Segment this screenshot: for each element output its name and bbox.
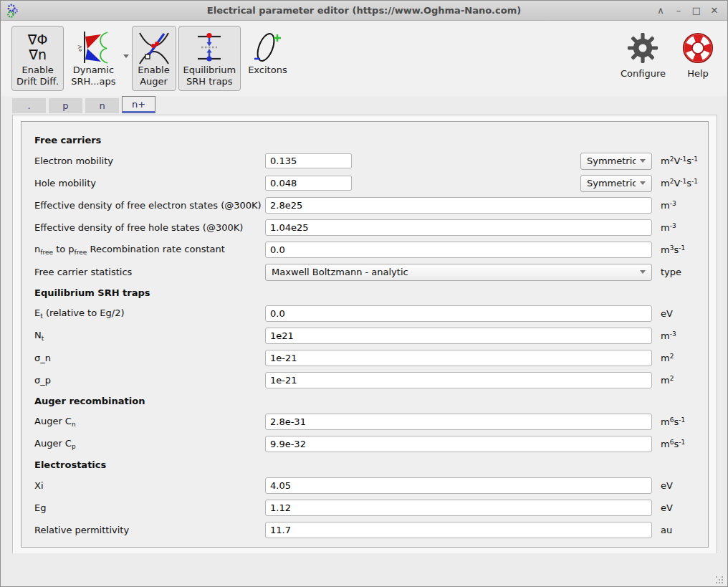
field-widgets [265, 197, 652, 214]
unit-label: m-3 [661, 200, 676, 211]
value-input[interactable] [265, 176, 352, 191]
toolbar: ∇Φ∇n Enable Drift Diff. eV Dynamic SRH..… [1, 21, 727, 96]
dynamic-srh-traps-button[interactable]: eV Dynamic SRH...aps [66, 26, 120, 91]
dropdown-value: Maxwell Boltzmann - analytic [272, 267, 636, 277]
minimize-button[interactable]: – [673, 5, 684, 16]
value-input[interactable] [265, 436, 652, 452]
tab-n+[interactable]: n+ [122, 96, 155, 113]
electrical-parameter-editor-window: Electrical parameter editor (https://www… [0, 0, 728, 587]
window-title: Electrical parameter editor (https://www… [1, 5, 727, 16]
value-input[interactable] [265, 522, 652, 538]
form-row: nfree to pfree Recombination rate consta… [34, 239, 708, 261]
form-row: Free carrier statisticsMaxwell Boltzmann… [34, 261, 708, 283]
field-label: Free carrier statistics [34, 267, 265, 277]
section-heading: Electrostatics [34, 455, 708, 474]
value-input[interactable] [265, 219, 652, 236]
form-row: Et (relative to Eg/2)eV [34, 302, 708, 325]
symmetry-dropdown[interactable]: Symmetric [580, 175, 652, 192]
form-row: Auger Cnm6s-1 [34, 411, 708, 433]
unit-label: eV [661, 502, 673, 513]
content-panel: Free carriersElectron mobilitySymmetricm… [12, 115, 717, 554]
gear-icon [626, 32, 659, 65]
chevron-down-icon [640, 159, 646, 163]
form-row: Hole mobilitySymmetricm2V-1s-1 [34, 172, 708, 194]
field-label: Auger Cn [34, 416, 265, 428]
unit-label: m-3 [661, 222, 676, 233]
shade-button[interactable]: ∧ [655, 5, 666, 16]
value-input[interactable] [265, 197, 652, 214]
unit-label: m-3 [661, 330, 676, 341]
field-widgets [265, 350, 652, 366]
section-heading: Auger recombination [34, 391, 708, 411]
tab-p[interactable]: p [49, 98, 82, 113]
form-row: σ_pm2 [34, 369, 708, 391]
field-widgets [265, 219, 652, 236]
value-input[interactable] [265, 305, 652, 322]
value-input[interactable] [265, 153, 352, 168]
form-row: Effective density of free electron state… [34, 194, 708, 216]
field-label: σ_n [34, 353, 265, 363]
enable-drift-diffusion-button[interactable]: ∇Φ∇n Enable Drift Diff. [11, 26, 64, 91]
symmetry-dropdown[interactable]: Symmetric [580, 153, 652, 170]
titlebar: Electrical parameter editor (https://www… [1, 1, 727, 21]
dynamic-srh-menu-arrow-icon[interactable] [123, 54, 129, 58]
equilibrium-srh-icon [192, 30, 226, 65]
tab-.[interactable]: . [12, 98, 46, 113]
close-button[interactable]: ✕ [709, 5, 720, 16]
unit-label: eV [661, 480, 673, 491]
window-controls: ∧ – □ ✕ [655, 5, 727, 16]
field-widgets [265, 522, 652, 538]
field-label: Nt [34, 330, 265, 342]
unit-label: eV [661, 308, 673, 319]
field-label: nfree to pfree Recombination rate consta… [34, 244, 265, 256]
chevron-down-icon [640, 270, 646, 274]
value-input[interactable] [265, 328, 652, 344]
value-input[interactable] [265, 350, 652, 366]
parameter-form: Free carriersElectron mobilitySymmetricm… [21, 121, 709, 548]
unit-label: m6s-1 [661, 416, 685, 427]
field-widgets: Symmetric [265, 153, 652, 170]
field-widgets [265, 477, 652, 494]
field-label: Effective density of free hole states (@… [34, 222, 265, 233]
equilibrium-srh-traps-button[interactable]: Equilibrium SRH traps [178, 26, 241, 91]
configure-button[interactable]: Configure [621, 26, 666, 79]
field-widgets [265, 414, 652, 430]
layer-tabs: .pnn+ [1, 96, 727, 113]
statistics-dropdown[interactable]: Maxwell Boltzmann - analytic [265, 264, 652, 281]
excitons-button[interactable]: Excitons [243, 26, 292, 80]
dynamic-srh-icon: eV [76, 30, 110, 65]
unit-label: au [661, 525, 672, 535]
form-row: σ_nm2 [34, 347, 708, 369]
field-widgets [265, 436, 652, 452]
field-widgets [265, 305, 652, 322]
resize-grip-icon[interactable] [716, 576, 717, 578]
unit-label: m2V-1s-1 [661, 178, 698, 188]
field-widgets [265, 500, 652, 516]
value-input[interactable] [265, 500, 652, 516]
field-widgets [265, 372, 652, 388]
enable-auger-button[interactable]: Enable Auger [132, 26, 176, 91]
dropdown-value: Symmetric [587, 178, 636, 188]
field-label: Relative permittivity [34, 525, 265, 535]
field-label: Et (relative to Eg/2) [34, 307, 265, 320]
form-row: Ntm-3 [34, 325, 708, 347]
maximize-button[interactable]: □ [691, 5, 702, 16]
value-input[interactable] [265, 242, 652, 258]
form-row: EgeV [34, 497, 708, 519]
tab-n[interactable]: n [85, 98, 119, 113]
dropdown-value: Symmetric [587, 156, 636, 166]
drift-diffusion-icon: ∇Φ∇n [21, 30, 55, 65]
field-label: Xi [34, 480, 265, 491]
value-input[interactable] [265, 477, 652, 494]
value-input[interactable] [265, 372, 652, 388]
value-input[interactable] [265, 414, 652, 430]
unit-label: m2 [661, 353, 674, 363]
field-widgets [265, 242, 652, 258]
form-row: Effective density of free hole states (@… [34, 216, 708, 239]
unit-label: m6s-1 [661, 439, 685, 449]
help-button[interactable]: Help [681, 26, 714, 79]
field-label: Hole mobility [34, 178, 265, 188]
form-row: Auger Cpm6s-1 [34, 433, 708, 455]
unit-label: m2 [661, 375, 674, 386]
unit-label: m3s-1 [661, 244, 685, 255]
